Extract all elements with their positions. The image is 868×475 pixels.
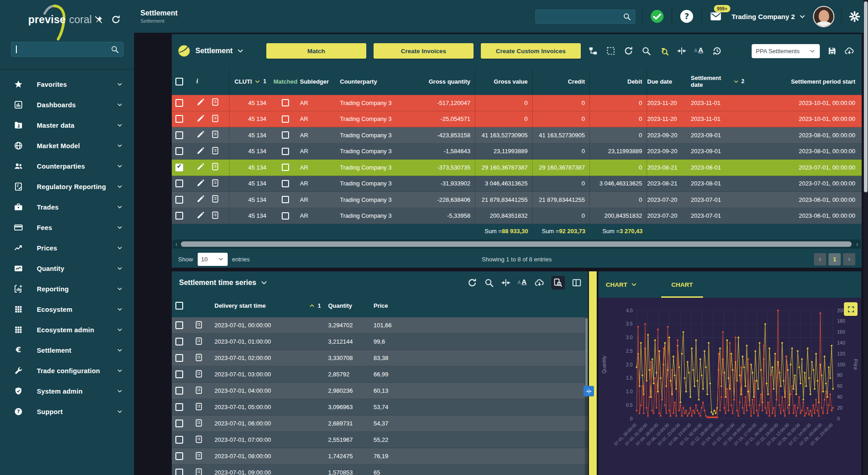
pin-off-icon[interactable]: [94, 15, 104, 25]
row-checkbox[interactable]: [175, 436, 183, 444]
matched-checkbox[interactable]: [282, 180, 289, 187]
pencil-icon[interactable]: [196, 162, 205, 171]
timeseries-row[interactable]: 2023-07-01, 08:00:001,74247576,19: [172, 448, 588, 465]
column-header-settlement-date[interactable]: Settlement date2: [691, 75, 744, 88]
row-checkbox[interactable]: [175, 196, 183, 204]
column-header-cluti[interactable]: CLUTI1: [229, 68, 271, 95]
table-row[interactable]: 45 134ARTrading Company 3-373,53073529 1…: [172, 160, 862, 176]
sidebar-item-fees[interactable]: Fees: [0, 217, 134, 238]
detail-icon[interactable]: [195, 451, 203, 460]
collapse-handle[interactable]: [584, 386, 594, 396]
collapse-h-icon[interactable]: [677, 46, 687, 56]
match-button[interactable]: Match: [266, 43, 366, 59]
detail-icon[interactable]: [195, 370, 203, 378]
timeseries-row[interactable]: 2023-07-01, 02:00:003,33070883,38: [172, 350, 588, 366]
timeseries-row[interactable]: 2023-07-01, 00:00:003,294702101,66: [172, 317, 588, 334]
detail-icon[interactable]: [195, 402, 203, 411]
sidebar-search-input[interactable]: [17, 46, 111, 53]
fullscreen-button[interactable]: [844, 302, 858, 316]
chevron-down-icon[interactable]: [236, 47, 244, 55]
detail-icon[interactable]: [195, 320, 203, 329]
scrollbar-thumb[interactable]: [181, 241, 852, 247]
row-checkbox[interactable]: [175, 99, 183, 107]
pencil-icon[interactable]: [196, 179, 205, 187]
row-checkbox[interactable]: [175, 420, 183, 427]
detail-icon[interactable]: [211, 179, 219, 187]
detail-icon[interactable]: [211, 211, 219, 220]
avatar[interactable]: [813, 6, 834, 27]
select-all-checkbox[interactable]: [175, 78, 183, 85]
chevron-down-icon[interactable]: [260, 279, 268, 287]
detail-icon[interactable]: [211, 195, 219, 203]
matched-checkbox[interactable]: [282, 164, 289, 171]
help-icon[interactable]: ?: [679, 9, 694, 24]
pencil-icon[interactable]: [196, 195, 205, 203]
detail-icon[interactable]: [211, 146, 219, 155]
sidebar-item-settlement[interactable]: €Settlement: [0, 340, 134, 360]
create-invoices-button[interactable]: Create Invoices: [374, 43, 474, 59]
detail-icon[interactable]: [195, 353, 203, 362]
column-header-gross-quantity[interactable]: Gross quantity: [416, 68, 475, 95]
row-checkbox[interactable]: [175, 164, 183, 171]
timeseries-row[interactable]: 2023-07-01, 07:00:002,55196755,22: [172, 432, 588, 448]
search-icon[interactable]: [641, 46, 651, 56]
select-all-checkbox[interactable]: [175, 302, 183, 310]
matched-checkbox[interactable]: [282, 212, 289, 220]
timeseries-row[interactable]: 2023-07-01, 05:00:003,09696353,74: [172, 399, 588, 415]
select-area-icon[interactable]: [606, 46, 616, 56]
detail-icon[interactable]: [195, 419, 203, 427]
create-custom-invoices-button[interactable]: Create Custom Invoices: [481, 43, 581, 59]
sidebar-search[interactable]: [11, 42, 124, 57]
chart-type-dropdown[interactable]: CHART: [606, 281, 638, 288]
font-size-icon[interactable]: AA: [694, 46, 704, 56]
status-ok-icon[interactable]: [649, 9, 665, 24]
pencil-icon[interactable]: [196, 114, 205, 123]
table-row[interactable]: 45 134ARTrading Company 3-31,9339023 046…: [172, 176, 862, 192]
matched-checkbox[interactable]: [282, 99, 289, 106]
detail-icon[interactable]: [195, 337, 203, 345]
row-checkbox[interactable]: [175, 452, 183, 460]
scrollbar-thumb[interactable]: [864, 1, 868, 192]
panel-resizer[interactable]: [589, 271, 597, 475]
font-size-icon[interactable]: AA: [518, 278, 528, 288]
scroll-left-arrow[interactable]: ‹: [173, 240, 180, 249]
row-checkbox[interactable]: [175, 387, 183, 395]
cloud-download-icon[interactable]: [844, 46, 854, 56]
topbar-search[interactable]: [535, 10, 635, 24]
column-header-quantity[interactable]: Quantity: [328, 302, 374, 309]
table-row[interactable]: 45 134ARTrading Company 3-25,05457100020…: [172, 111, 862, 128]
sidebar-item-reporting[interactable]: Reporting: [0, 279, 134, 299]
gear-icon[interactable]: [848, 10, 861, 23]
detail-icon[interactable]: [211, 162, 219, 171]
search-icon[interactable]: [484, 278, 494, 288]
column-header-delivery-start-time[interactable]: Delivery start time1: [215, 302, 328, 309]
row-checkbox[interactable]: [175, 321, 183, 329]
refresh-icon[interactable]: [111, 15, 121, 25]
table-row[interactable]: 45 134ARTrading Company 3-517,1200470002…: [172, 95, 862, 111]
app-scrollbar[interactable]: [863, 0, 868, 475]
cloud-download-icon[interactable]: [534, 278, 544, 288]
preview-icon[interactable]: [551, 276, 565, 290]
current-page-button[interactable]: 1: [828, 253, 841, 265]
timeseries-row[interactable]: 2023-07-01, 09:00:001,57085365: [172, 465, 588, 475]
column-header-counterparty[interactable]: Counterparty: [340, 78, 416, 85]
table-row[interactable]: 45 134ARTrading Company 3-423,85315841 1…: [172, 127, 862, 144]
column-header-credit[interactable]: Credit: [533, 68, 590, 95]
pencil-icon[interactable]: [196, 130, 205, 139]
matched-checkbox[interactable]: [282, 131, 289, 139]
sidebar-item-master-data[interactable]: Master data: [0, 115, 134, 135]
sidebar-item-ecosystem[interactable]: Ecosystem: [0, 299, 134, 320]
table-row[interactable]: 45 134ARTrading Company 3-1,58464323,119…: [172, 144, 862, 160]
row-checkbox[interactable]: [175, 212, 183, 220]
row-checkbox[interactable]: [175, 115, 183, 123]
table-row[interactable]: 45 134ARTrading Company 3-228,63840621 8…: [172, 192, 862, 208]
column-header-gross-value[interactable]: Gross value: [475, 68, 533, 95]
matched-checkbox[interactable]: [282, 148, 289, 155]
row-checkbox[interactable]: [175, 370, 183, 378]
history-icon[interactable]: [712, 46, 722, 56]
columns-icon[interactable]: [572, 278, 582, 288]
column-header-settlement-period-start[interactable]: Settlement period start: [744, 78, 862, 85]
sidebar-item-dashboards[interactable]: Dashboards: [0, 95, 134, 115]
matched-checkbox[interactable]: [282, 115, 289, 123]
company-selector[interactable]: Trading Company 2: [732, 13, 806, 20]
